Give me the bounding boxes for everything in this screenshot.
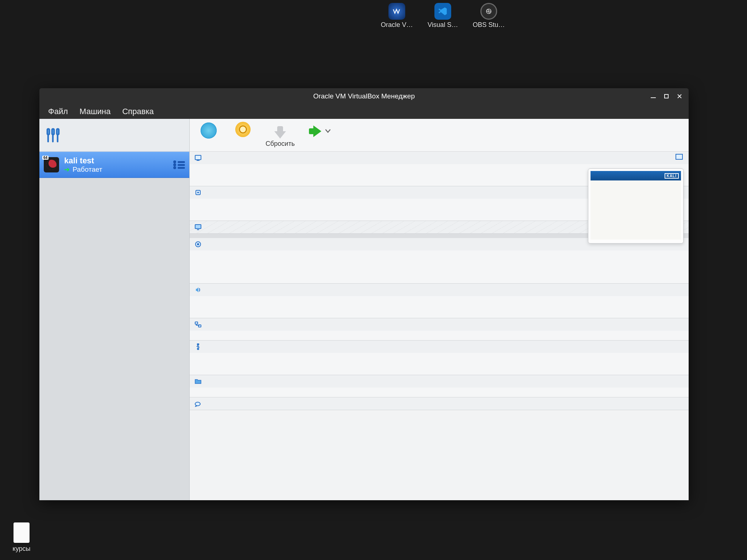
toolbar-new-button[interactable] <box>197 122 220 140</box>
minimize-button[interactable] <box>648 91 659 102</box>
display-icon <box>194 223 202 231</box>
vm-details-toggle-icon[interactable] <box>173 159 185 171</box>
vscode-icon <box>434 3 451 20</box>
toolbar: Сбросить <box>190 119 689 152</box>
preview-kali-badge: KALI <box>665 173 679 179</box>
gear-icon <box>235 122 251 137</box>
section-header-shared[interactable] <box>190 375 689 388</box>
vm-list: kali test ➔ Работает <box>39 152 189 500</box>
discard-icon <box>274 131 286 139</box>
window-title: Oracle VM VirtualBox Менеджер <box>313 92 415 100</box>
section-audio <box>190 284 689 318</box>
section-header-network[interactable] <box>190 318 689 331</box>
storage-icon <box>194 240 202 248</box>
menu-help[interactable]: Справка <box>117 105 159 118</box>
section-storage <box>190 238 689 284</box>
section-header-audio[interactable] <box>190 284 689 296</box>
svg-point-2 <box>489 11 491 13</box>
section-body-storage <box>190 250 689 283</box>
desktop-top-icons: Oracle V… Visual S… OBS Stu… <box>379 3 506 29</box>
text-file-icon <box>13 522 30 543</box>
section-network <box>190 318 689 341</box>
desktop-icon-vscode[interactable]: Visual S… <box>425 3 460 29</box>
svg-rect-9 <box>57 129 59 134</box>
svg-rect-8 <box>52 129 54 134</box>
svg-rect-7 <box>47 129 49 134</box>
virtualbox-icon <box>388 3 405 20</box>
new-icon <box>200 122 217 139</box>
close-button[interactable] <box>674 91 685 102</box>
usb-icon <box>194 343 202 351</box>
svg-rect-21 <box>195 322 198 324</box>
svg-rect-4 <box>665 94 668 98</box>
section-body-network <box>190 331 689 340</box>
vm-status-text: Работает <box>73 166 102 174</box>
section-usb <box>190 341 689 375</box>
section-header-general[interactable] <box>190 152 689 164</box>
svg-rect-24 <box>197 344 199 345</box>
vm-status: ➔ Работает <box>64 166 173 174</box>
audio-icon <box>194 286 202 294</box>
preview-header[interactable] <box>676 154 683 160</box>
window-controls <box>648 88 685 104</box>
vm-text: kali test ➔ Работает <box>64 156 173 174</box>
toolbar-start-button[interactable] <box>306 122 331 140</box>
desktop-icon-label: Oracle V… <box>381 21 413 29</box>
svg-rect-13 <box>195 155 201 160</box>
toolbar-discard-label: Сбросить <box>266 140 295 148</box>
section-body-audio <box>190 296 689 318</box>
section-header-usb[interactable] <box>190 341 689 353</box>
obs-icon <box>480 3 497 20</box>
section-shared-folders <box>190 375 689 397</box>
section-header-description[interactable] <box>190 397 689 410</box>
vm-item-kali-test[interactable]: kali test ➔ Работает <box>39 152 189 178</box>
section-body-shared <box>190 388 689 397</box>
menubar: Файл Машина Справка <box>39 104 689 119</box>
desktop-icon-label: Visual S… <box>427 21 458 29</box>
tools-button[interactable] <box>39 119 189 152</box>
tools-icon <box>44 126 63 145</box>
toolbar-settings-button[interactable] <box>231 122 255 138</box>
svg-point-20 <box>197 244 199 245</box>
desktop-icon-oracle-vbox[interactable]: Oracle V… <box>379 3 414 29</box>
preview-icon <box>676 154 683 160</box>
svg-point-25 <box>195 402 200 406</box>
svg-point-1 <box>487 9 489 12</box>
desktop-icon-label: OBS Stu… <box>473 21 505 29</box>
window-titlebar[interactable]: Oracle VM VirtualBox Менеджер <box>39 88 689 104</box>
running-arrow-icon: ➔ <box>64 166 70 174</box>
vm-os-icon <box>44 157 59 172</box>
details-scroll[interactable]: KALI <box>190 152 689 500</box>
svg-rect-17 <box>195 225 201 229</box>
svg-point-23 <box>197 348 199 350</box>
sidebar: kali test ➔ Работает <box>39 119 190 500</box>
details-pane: Сбросить <box>190 119 689 500</box>
start-icon <box>313 125 321 137</box>
preview-body <box>591 180 681 240</box>
shared-folder-icon <box>194 377 202 385</box>
svg-rect-3 <box>651 97 656 98</box>
maximize-button[interactable] <box>661 91 672 102</box>
start-dropdown-chevron-icon[interactable] <box>325 122 331 140</box>
menu-file[interactable]: Файл <box>43 105 73 118</box>
section-description <box>190 397 689 410</box>
content-area: kali test ➔ Работает <box>39 119 689 500</box>
desktop-icon-label: курсы <box>13 545 31 553</box>
desktop-icon-obs[interactable]: OBS Stu… <box>471 3 506 29</box>
section-body-usb <box>190 353 689 375</box>
svg-rect-16 <box>197 192 199 193</box>
network-icon <box>194 320 202 328</box>
system-icon <box>194 188 202 197</box>
general-icon <box>194 154 202 162</box>
virtualbox-window: Oracle VM VirtualBox Менеджер Файл Машин… <box>39 88 689 500</box>
vm-name: kali test <box>64 156 173 166</box>
desktop-icon-file[interactable]: курсы <box>5 522 38 553</box>
vm-preview-thumbnail[interactable]: KALI <box>588 168 684 244</box>
menu-machine[interactable]: Машина <box>74 105 116 118</box>
description-icon <box>194 400 202 408</box>
toolbar-discard-button[interactable]: Сбросить <box>266 122 295 148</box>
